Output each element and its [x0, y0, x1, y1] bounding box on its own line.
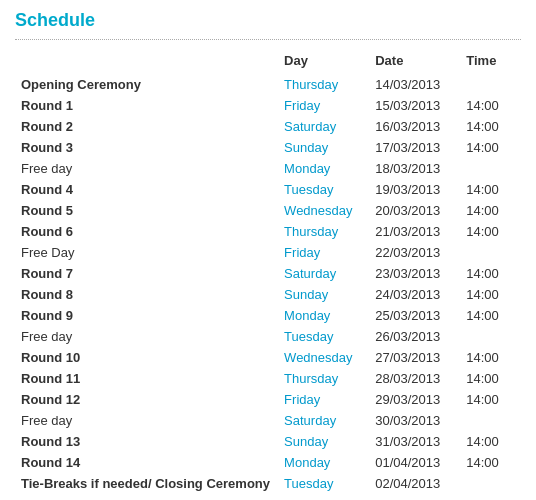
- day-value: Tuesday: [278, 179, 369, 200]
- day-value: Wednesday: [278, 200, 369, 221]
- event-name: Round 8: [15, 284, 278, 305]
- event-name: Free Day: [15, 242, 278, 263]
- day-value: Monday: [278, 158, 369, 179]
- event-name: Tie-Breaks if needed/ Closing Ceremony: [15, 473, 278, 494]
- date-value: 19/03/2013: [369, 179, 460, 200]
- day-value: Saturday: [278, 410, 369, 431]
- date-value: 24/03/2013: [369, 284, 460, 305]
- date-value: 15/03/2013: [369, 95, 460, 116]
- day-value: Saturday: [278, 263, 369, 284]
- time-value: 14:00: [460, 305, 521, 326]
- event-name: Round 3: [15, 137, 278, 158]
- date-value: 29/03/2013: [369, 389, 460, 410]
- day-value: Friday: [278, 95, 369, 116]
- table-row: Round 11Thursday28/03/201314:00: [15, 368, 521, 389]
- day-value: Thursday: [278, 74, 369, 95]
- date-value: 21/03/2013: [369, 221, 460, 242]
- divider: [15, 39, 521, 40]
- day-value: Sunday: [278, 137, 369, 158]
- table-row: Round 6Thursday21/03/201314:00: [15, 221, 521, 242]
- time-value: [460, 473, 521, 494]
- col-header-day: Day: [278, 50, 369, 74]
- time-value: [460, 410, 521, 431]
- table-row: Round 7Saturday23/03/201314:00: [15, 263, 521, 284]
- time-value: 14:00: [460, 284, 521, 305]
- time-value: [460, 242, 521, 263]
- day-value: Friday: [278, 389, 369, 410]
- day-value: Thursday: [278, 221, 369, 242]
- table-row: Free dayMonday18/03/2013: [15, 158, 521, 179]
- day-value: Tuesday: [278, 473, 369, 494]
- event-name: Round 13: [15, 431, 278, 452]
- day-value: Thursday: [278, 368, 369, 389]
- day-value: Tuesday: [278, 326, 369, 347]
- table-row: Round 3Sunday17/03/201314:00: [15, 137, 521, 158]
- table-row: Round 5Wednesday20/03/201314:00: [15, 200, 521, 221]
- event-name: Round 5: [15, 200, 278, 221]
- time-value: [460, 326, 521, 347]
- time-value: [460, 158, 521, 179]
- time-value: 14:00: [460, 137, 521, 158]
- date-value: 30/03/2013: [369, 410, 460, 431]
- date-value: 26/03/2013: [369, 326, 460, 347]
- event-name: Round 14: [15, 452, 278, 473]
- date-value: 25/03/2013: [369, 305, 460, 326]
- event-name: Free day: [15, 410, 278, 431]
- event-name: Round 10: [15, 347, 278, 368]
- day-value: Friday: [278, 242, 369, 263]
- table-row: Opening CeremonyThursday14/03/2013: [15, 74, 521, 95]
- table-row: Round 9Monday25/03/201314:00: [15, 305, 521, 326]
- table-row: Round 12Friday29/03/201314:00: [15, 389, 521, 410]
- time-value: 14:00: [460, 221, 521, 242]
- event-name: Free day: [15, 326, 278, 347]
- event-name: Round 11: [15, 368, 278, 389]
- table-row: Round 4Tuesday19/03/201314:00: [15, 179, 521, 200]
- date-value: 01/04/2013: [369, 452, 460, 473]
- time-value: 14:00: [460, 368, 521, 389]
- event-name: Round 2: [15, 116, 278, 137]
- day-value: Monday: [278, 452, 369, 473]
- table-header-row: Day Date Time: [15, 50, 521, 74]
- date-value: 20/03/2013: [369, 200, 460, 221]
- table-row: Round 1Friday15/03/201314:00: [15, 95, 521, 116]
- date-value: 27/03/2013: [369, 347, 460, 368]
- table-row: Round 13Sunday31/03/201314:00: [15, 431, 521, 452]
- date-value: 02/04/2013: [369, 473, 460, 494]
- date-value: 22/03/2013: [369, 242, 460, 263]
- time-value: 14:00: [460, 179, 521, 200]
- time-value: [460, 74, 521, 95]
- time-value: 14:00: [460, 200, 521, 221]
- table-row: Free daySaturday30/03/2013: [15, 410, 521, 431]
- table-row: Round 8Sunday24/03/201314:00: [15, 284, 521, 305]
- time-value: 14:00: [460, 431, 521, 452]
- date-value: 17/03/2013: [369, 137, 460, 158]
- event-name: Round 4: [15, 179, 278, 200]
- time-value: 14:00: [460, 452, 521, 473]
- date-value: 18/03/2013: [369, 158, 460, 179]
- event-name: Round 9: [15, 305, 278, 326]
- time-value: 14:00: [460, 389, 521, 410]
- col-header-time: Time: [460, 50, 521, 74]
- event-name: Free day: [15, 158, 278, 179]
- time-value: 14:00: [460, 263, 521, 284]
- schedule-body: Opening CeremonyThursday14/03/2013Round …: [15, 74, 521, 494]
- time-value: 14:00: [460, 95, 521, 116]
- date-value: 31/03/2013: [369, 431, 460, 452]
- event-name: Opening Ceremony: [15, 74, 278, 95]
- event-name: Round 7: [15, 263, 278, 284]
- day-value: Monday: [278, 305, 369, 326]
- event-name: Round 12: [15, 389, 278, 410]
- table-row: Tie-Breaks if needed/ Closing CeremonyTu…: [15, 473, 521, 494]
- event-name: Round 6: [15, 221, 278, 242]
- time-value: 14:00: [460, 116, 521, 137]
- table-row: Free dayTuesday26/03/2013: [15, 326, 521, 347]
- day-value: Saturday: [278, 116, 369, 137]
- schedule-table: Day Date Time Opening CeremonyThursday14…: [15, 50, 521, 494]
- day-value: Sunday: [278, 284, 369, 305]
- day-value: Wednesday: [278, 347, 369, 368]
- date-value: 23/03/2013: [369, 263, 460, 284]
- table-row: Round 2Saturday16/03/201314:00: [15, 116, 521, 137]
- table-row: Round 14Monday01/04/201314:00: [15, 452, 521, 473]
- col-header-event: [15, 50, 278, 74]
- page-title: Schedule: [15, 10, 521, 31]
